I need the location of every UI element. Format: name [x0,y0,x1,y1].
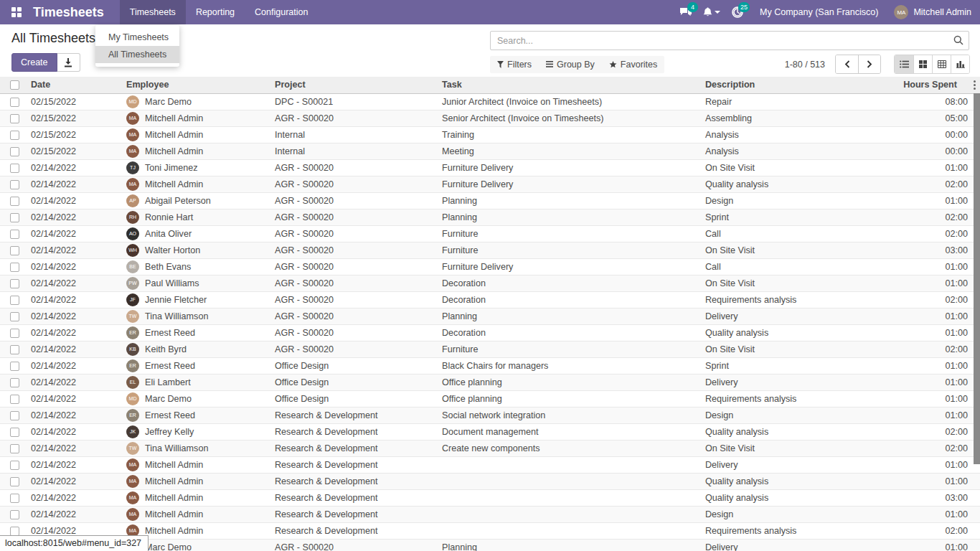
row-task[interactable]: Furniture [440,225,703,242]
timesheet-row[interactable]: 02/14/2022 MA Mitchell Admin Research & … [0,456,980,473]
row-project[interactable]: AGR - S00020 [273,275,440,291]
row-project[interactable]: AGR - S00020 [273,192,440,209]
row-description[interactable]: Quality analysis [703,473,879,489]
row-checkbox[interactable] [10,263,19,272]
row-checkbox[interactable] [10,428,19,437]
row-date[interactable]: 02/14/2022 [29,506,124,522]
filters-button[interactable]: Filters [490,56,539,73]
row-project[interactable]: Research & Development [273,489,440,506]
row-task[interactable]: Planning [440,539,703,551]
row-date[interactable]: 02/15/2022 [29,126,124,143]
row-checkbox[interactable] [10,98,19,107]
timesheet-row[interactable]: 02/14/2022 MA Mitchell Admin AGR - S0002… [0,176,980,192]
activities-button[interactable]: 25 [727,0,748,24]
column-header-date[interactable]: Date [29,77,124,93]
row-description[interactable]: Assembling [703,110,879,126]
timesheet-row[interactable]: 02/15/2022 MD Marc Demo DPC - S00021 Jun… [0,93,980,110]
row-description[interactable]: Quality analysis [703,324,879,341]
user-menu[interactable]: MA Mitchell Admin [894,5,971,19]
row-date[interactable]: 02/14/2022 [29,407,124,423]
search-input[interactable] [490,31,969,50]
row-checkbox[interactable] [10,494,19,503]
row-hours-spent[interactable]: 03:00 [879,242,980,258]
row-checkbox[interactable] [10,213,19,222]
column-header-project[interactable]: Project [273,77,440,93]
row-checkbox[interactable] [10,114,19,123]
row-description[interactable]: Analysis [703,143,879,159]
row-project[interactable]: Office Design [273,357,440,374]
row-project[interactable]: AGR - S00020 [273,324,440,341]
row-date[interactable]: 02/14/2022 [29,390,124,407]
row-project[interactable]: AGR - S00020 [273,242,440,258]
view-pivot-button[interactable] [932,55,951,73]
row-description[interactable]: Design [703,192,879,209]
row-task[interactable]: Office planning [440,374,703,390]
row-task[interactable]: Senior Architect (Invoice on Timesheets) [440,110,703,126]
row-checkbox[interactable] [10,180,19,189]
row-date[interactable]: 02/14/2022 [29,176,124,192]
row-description[interactable]: Sprint [703,209,879,225]
row-project[interactable]: Research & Development [273,473,440,489]
row-date[interactable]: 02/14/2022 [29,209,124,225]
row-task[interactable]: Furniture [440,242,703,258]
row-date[interactable]: 02/14/2022 [29,456,124,473]
row-description[interactable]: Sprint [703,357,879,374]
row-description[interactable]: Call [703,225,879,242]
row-description[interactable]: Analysis [703,126,879,143]
row-hours-spent[interactable]: 01:00 [879,473,980,489]
timesheet-row[interactable]: 02/14/2022 TW Tina Williamson Research &… [0,440,980,456]
row-employee-cell[interactable]: MA Mitchell Admin [124,176,273,192]
row-hours-spent[interactable]: 01:00 [879,374,980,390]
row-project[interactable]: AGR - S00020 [273,176,440,192]
row-date[interactable]: 02/15/2022 [29,143,124,159]
row-checkbox[interactable] [10,279,19,288]
row-date[interactable]: 02/15/2022 [29,93,124,110]
row-project[interactable]: Internal [273,143,440,159]
row-description[interactable]: Requirements analysis [703,522,879,539]
row-task[interactable]: Training [440,126,703,143]
row-hours-spent[interactable]: 03:00 [879,489,980,506]
row-employee-cell[interactable]: BE Beth Evans [124,258,273,275]
row-task[interactable]: Document management [440,423,703,440]
row-description[interactable]: On Site Visit [703,275,879,291]
column-header-description[interactable]: Description [703,77,879,93]
row-employee-cell[interactable]: AP Abigail Peterson [124,192,273,209]
row-description[interactable]: On Site Visit [703,440,879,456]
row-employee-cell[interactable]: ER Ernest Reed [124,357,273,374]
row-task[interactable]: Planning [440,308,703,324]
row-description[interactable]: Call [703,258,879,275]
row-task[interactable]: Office planning [440,390,703,407]
row-date[interactable]: 02/14/2022 [29,275,124,291]
row-checkbox[interactable] [10,444,19,453]
timesheet-row[interactable]: 02/14/2022 AO Anita Oliver AGR - S00020 … [0,225,980,242]
row-date[interactable]: 02/14/2022 [29,308,124,324]
timesheet-row[interactable]: 02/14/2022 ER Ernest Reed AGR - S00020 D… [0,324,980,341]
row-date[interactable]: 02/14/2022 [29,258,124,275]
row-hours-spent[interactable]: 01:00 [879,275,980,291]
row-description[interactable]: Quality analysis [703,489,879,506]
row-hours-spent[interactable]: 00:00 [879,143,980,159]
row-date[interactable]: 02/14/2022 [29,192,124,209]
row-hours-spent[interactable]: 02:00 [879,209,980,225]
create-button[interactable]: Create [11,53,57,72]
row-project[interactable]: Internal [273,126,440,143]
pager-next-button[interactable] [858,55,880,73]
row-employee-cell[interactable]: MA Mitchell Admin [124,473,273,489]
messages-button[interactable]: 4 [675,0,697,24]
row-date[interactable]: 02/14/2022 [29,473,124,489]
row-date[interactable]: 02/14/2022 [29,242,124,258]
view-graph-button[interactable] [951,55,969,73]
row-hours-spent[interactable]: 01:00 [879,407,980,423]
row-checkbox[interactable] [10,230,19,239]
row-checkbox[interactable] [10,510,19,519]
timesheet-row[interactable]: 02/14/2022 EL Eli Lambert Office Design … [0,374,980,390]
row-task[interactable]: Meeting [440,143,703,159]
row-employee-cell[interactable]: MA Mitchell Admin [124,489,273,506]
timesheet-row[interactable]: 02/14/2022 MA Mitchell Admin Research & … [0,506,980,522]
row-date[interactable]: 02/15/2022 [29,110,124,126]
row-checkbox[interactable] [10,164,19,173]
timesheet-row[interactable]: 02/15/2022 MA Mitchell Admin Internal Tr… [0,126,980,143]
company-switcher[interactable]: My Company (San Francisco) [753,7,890,17]
row-project[interactable]: AGR - S00020 [273,539,440,551]
row-project[interactable]: AGR - S00020 [273,159,440,176]
